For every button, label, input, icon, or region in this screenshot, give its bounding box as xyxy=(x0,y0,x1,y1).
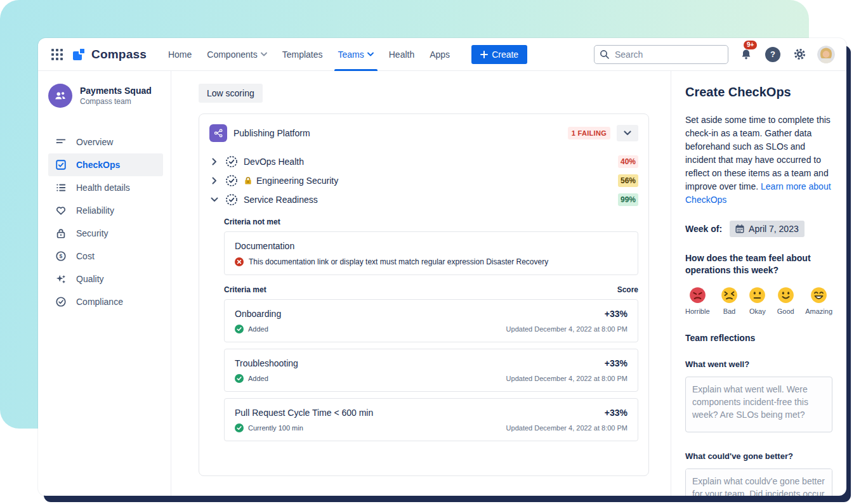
mood-option-okay[interactable]: Okay xyxy=(749,287,766,315)
mood-selector: Horrible Bad xyxy=(685,287,832,315)
score-badge: 56% xyxy=(618,174,638,187)
score-badge: 40% xyxy=(618,155,638,168)
settings-button[interactable] xyxy=(791,46,808,63)
share-branch-icon xyxy=(213,127,224,139)
sidebar-item-quality[interactable]: Quality xyxy=(48,268,163,290)
app-window: Compass Home Components Templates Teams … xyxy=(38,38,846,496)
sidebar-item-security[interactable]: Security xyxy=(48,222,163,245)
week-of-label: Week of: xyxy=(685,224,722,234)
team-meta: Payments Squad Compass team xyxy=(80,86,152,106)
nav-item-health[interactable]: Health xyxy=(381,38,422,71)
nav-item-teams[interactable]: Teams xyxy=(331,38,381,71)
emoji-amazing-icon xyxy=(810,287,827,304)
team-header[interactable]: Payments Squad Compass team xyxy=(48,84,163,108)
help-button[interactable]: ? xyxy=(764,46,782,63)
criteria-section: Criteria not met Documentation This docu… xyxy=(224,217,638,441)
security-lock-icon xyxy=(55,227,67,240)
criteria-not-met-label: Criteria not met xyxy=(224,217,638,226)
app-switcher-icon[interactable] xyxy=(48,46,66,63)
calendar-icon xyxy=(735,224,744,233)
week-date-value: April 7, 2023 xyxy=(749,224,799,234)
bell-icon xyxy=(740,48,752,61)
team-name: Payments Squad xyxy=(80,86,152,96)
chevron-down-icon[interactable] xyxy=(209,197,220,202)
emoji-okay-icon xyxy=(749,287,766,304)
collapse-card-button[interactable] xyxy=(617,125,638,141)
sidebar-item-overview[interactable]: Overview xyxy=(48,131,163,153)
criterion-title: Troubleshooting xyxy=(235,358,298,368)
criteria-met-label: Criteria met xyxy=(224,285,266,294)
sidebar-item-checkops[interactable]: CheckOps xyxy=(48,153,163,176)
score-column-label: Score xyxy=(617,285,638,294)
mood-option-amazing[interactable]: Amazing xyxy=(805,287,832,315)
sidebar-item-health-details[interactable]: Health details xyxy=(48,176,163,199)
user-avatar[interactable] xyxy=(817,46,835,63)
criterion-title: Pull Request Cycle Time < 600 min xyxy=(235,408,373,418)
question-went-well-label: What went well? xyxy=(685,359,832,369)
week-date-picker[interactable]: April 7, 2023 xyxy=(730,221,805,237)
criterion-message: This documentation link or display text … xyxy=(249,257,548,266)
top-navigation-bar: Compass Home Components Templates Teams … xyxy=(38,38,846,71)
emoji-bad-icon xyxy=(721,287,738,304)
people-icon xyxy=(53,89,67,103)
criterion-status: Added xyxy=(248,375,268,382)
help-icon: ? xyxy=(765,47,780,62)
chevron-down-icon xyxy=(367,52,374,56)
question-gone-better-label: What could've gone better? xyxy=(685,451,832,461)
mood-option-bad[interactable]: Bad xyxy=(721,287,738,315)
gold-lock-icon xyxy=(244,176,253,185)
scorecard-circle-check-icon xyxy=(225,174,238,187)
success-check-icon xyxy=(235,325,244,333)
emoji-good-icon xyxy=(777,287,794,304)
low-scoring-chip[interactable]: Low scoring xyxy=(199,84,263,103)
nav-item-components[interactable]: Components xyxy=(199,38,274,71)
error-x-icon xyxy=(235,257,244,266)
team-subtitle: Compass team xyxy=(80,97,152,106)
gone-better-textarea[interactable] xyxy=(685,468,832,496)
mood-option-good[interactable]: Good xyxy=(777,287,794,315)
mood-option-horrible[interactable]: Horrible xyxy=(685,287,710,315)
went-well-textarea[interactable] xyxy=(685,377,832,432)
nav-item-templates[interactable]: Templates xyxy=(275,38,331,71)
panel-description: Set aside some time to complete this che… xyxy=(685,113,832,207)
mood-question: How does the team feel about operations … xyxy=(685,252,832,276)
scorecard-row-service-readiness[interactable]: Service Readiness 99% xyxy=(209,190,638,209)
sidebar-item-cost[interactable]: $ Cost xyxy=(48,245,163,268)
sidebar-item-reliability[interactable]: Reliability xyxy=(48,199,163,222)
criterion-status: Added xyxy=(248,325,268,333)
nav-right-cluster: 9+ ? xyxy=(594,45,835,64)
criterion-card-pull-request-cycle-time: Pull Request Cycle Time < 600 min +33% C… xyxy=(224,398,638,441)
nav-item-home[interactable]: Home xyxy=(161,38,199,71)
criterion-score: +33% xyxy=(605,358,627,368)
sidebar-item-compliance[interactable]: Compliance xyxy=(48,290,163,313)
notifications-button[interactable]: 9+ xyxy=(737,46,755,63)
success-check-icon xyxy=(235,423,244,432)
criterion-title: Documentation xyxy=(235,241,627,251)
failing-badge: 1 FAILING xyxy=(568,127,610,139)
chevron-right-icon[interactable] xyxy=(209,177,220,184)
compass-logo[interactable]: Compass xyxy=(72,48,147,61)
scorecard-row-engineering-security[interactable]: Engineering Security 56% xyxy=(209,171,638,190)
grid-icon xyxy=(51,49,63,60)
primary-nav: Home Components Templates Teams Health A… xyxy=(161,38,457,71)
search-input[interactable] xyxy=(594,45,728,64)
chevron-down-icon xyxy=(261,52,267,56)
scorecard-row-devops-health[interactable]: DevOps Health 40% xyxy=(209,152,638,171)
criterion-score: +33% xyxy=(605,408,627,418)
compliance-check-icon xyxy=(55,295,67,308)
week-of-row: Week of: April 7, 2023 xyxy=(685,221,832,237)
criterion-card-onboarding: Onboarding +33% Added Updated December 4… xyxy=(224,299,638,342)
card-header: Publishing Platform 1 FAILING xyxy=(209,124,638,142)
nav-item-apps[interactable]: Apps xyxy=(422,38,457,71)
component-title[interactable]: Publishing Platform xyxy=(233,128,310,138)
reliability-heart-icon xyxy=(55,204,67,217)
svg-text:$: $ xyxy=(60,253,63,259)
criterion-card-documentation: Documentation This documentation link or… xyxy=(224,231,638,275)
team-reflections-title: Team reflections xyxy=(685,333,832,343)
compass-logo-icon xyxy=(72,48,86,61)
search-box xyxy=(594,45,728,64)
logo-wordmark: Compass xyxy=(91,48,147,61)
create-button[interactable]: Create xyxy=(471,45,527,64)
chevron-right-icon[interactable] xyxy=(209,158,220,165)
score-badge: 99% xyxy=(618,193,638,206)
